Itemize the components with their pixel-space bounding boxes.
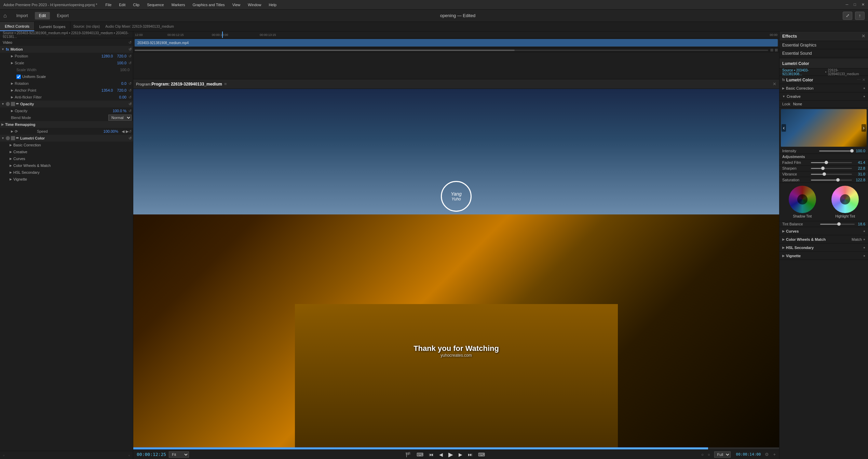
faded-film-slider[interactable]	[811, 162, 852, 163]
safe-margins-icon[interactable]: ○	[708, 453, 710, 457]
menu-graphics[interactable]: Graphics and Titles	[191, 2, 226, 8]
scale-value[interactable]: 100.0	[117, 61, 126, 65]
scale-row[interactable]: ▶ Scale 100.0 ↺	[0, 60, 133, 66]
btn-prev-edit[interactable]: ⏮	[428, 451, 435, 458]
speed-reset[interactable]: ↺	[128, 129, 132, 134]
position-x[interactable]: 1280.0	[101, 54, 113, 58]
lumetri-close-btn[interactable]: ✕	[862, 78, 865, 82]
color-wheels-sub[interactable]: ▶Color Wheels & Match	[0, 162, 133, 169]
zoom-icon[interactable]: ⊞	[770, 48, 773, 52]
rotation-reset[interactable]: ↺	[128, 81, 132, 86]
tab-lumetri-scopes[interactable]: Lumetri Scopes	[35, 22, 70, 31]
vibrance-thumb[interactable]	[823, 172, 826, 176]
saturation-slider[interactable]	[811, 180, 852, 181]
highlight-tint-color-wheel[interactable]	[831, 186, 859, 213]
vibrance-slider[interactable]	[811, 174, 852, 175]
curves-header[interactable]: ▶ Curves ●	[779, 227, 868, 235]
loop-icon[interactable]: ○	[701, 453, 704, 457]
tint-slider[interactable]	[820, 224, 855, 225]
maximize-btn[interactable]: □	[854, 2, 856, 7]
lumetri-color-header[interactable]: Lumetri Color	[779, 59, 868, 68]
bc-toggle[interactable]: ●	[863, 86, 865, 90]
program-menu-icon[interactable]: ≡	[224, 81, 227, 87]
btn-step-fwd[interactable]: ▶	[457, 451, 464, 458]
hsl-header[interactable]: ▶ HSL Secondary ●	[779, 244, 868, 252]
opacity-header[interactable]: ▼ ✏ Opacity ↺	[0, 101, 133, 107]
anchor-x[interactable]: 1354.0	[101, 88, 113, 92]
settings-icon[interactable]: ⚙	[765, 452, 769, 457]
btn-next-edit[interactable]: ⏭	[466, 451, 474, 458]
ws-import[interactable]: Import	[12, 12, 32, 19]
lumetri-header[interactable]: ▼ ✏ Lumetri Color ↺	[0, 135, 133, 142]
menu-view[interactable]: View	[231, 2, 242, 8]
hsl-secondary-sub[interactable]: ▶HSL Secondary	[0, 169, 133, 176]
scale-reset[interactable]: ↺	[128, 61, 132, 65]
ws-edit[interactable]: Edit	[35, 12, 50, 19]
menu-markers[interactable]: Markers	[170, 2, 187, 8]
menu-file[interactable]: File	[104, 2, 113, 8]
essential-graphics-btn[interactable]: Essential Graphics	[779, 41, 868, 49]
opacity-value-row[interactable]: ▶ Opacity 100.0 % ↺	[0, 107, 133, 114]
vignette-header[interactable]: ▶ Vignette ●	[779, 252, 868, 260]
time-remap-header[interactable]: ▶ Time Remapping	[0, 121, 133, 128]
program-close-icon[interactable]: ✕	[773, 81, 776, 87]
blend-mode-select[interactable]: Normal Multiply Screen	[108, 115, 132, 121]
btn-out[interactable]: ⌨	[477, 451, 486, 458]
fit-select[interactable]: Fit 25% 50% 100%	[169, 451, 189, 458]
tab-effect-controls[interactable]: Effect Controls	[0, 22, 35, 31]
saturation-thumb[interactable]	[836, 178, 840, 182]
creative-toggle[interactable]: ●	[863, 94, 865, 98]
essential-sound-btn[interactable]: Essential Sound	[779, 49, 868, 57]
anchor-reset[interactable]: ↺	[128, 88, 132, 93]
curves-toggle[interactable]: ●	[863, 229, 865, 233]
ws-export[interactable]: Export	[53, 12, 73, 19]
shadow-tint-color-wheel[interactable]	[789, 186, 816, 213]
uniform-scale-checkbox[interactable]	[16, 75, 21, 79]
quality-select[interactable]: Full 1/2 1/4	[714, 451, 731, 458]
creative-sub[interactable]: ▶Creative	[0, 148, 133, 155]
antiflicker-row[interactable]: ▶ Anti-flicker Filter 0.00 ↺	[0, 94, 133, 101]
preview-arrow-left[interactable]: ‹	[782, 124, 786, 132]
sharpen-slider[interactable]	[811, 168, 852, 169]
fit-icon[interactable]: ⊠	[775, 48, 778, 52]
source-scroll-bar[interactable]: ⊞ ⊠	[133, 47, 779, 53]
add-btn[interactable]: +	[773, 452, 776, 457]
minimize-btn[interactable]: ─	[846, 2, 849, 7]
menu-clip[interactable]: Clip	[132, 2, 141, 8]
opacity-val-reset[interactable]: ↺	[128, 109, 132, 113]
basic-correction-sub[interactable]: ▶Basic Correction	[0, 142, 133, 148]
intensity-slider[interactable]	[819, 150, 854, 152]
opacity-val[interactable]: 100.0 %	[113, 109, 126, 113]
speed-left[interactable]: ◀	[122, 129, 124, 134]
reset-video-icon[interactable]: ↺	[128, 40, 132, 45]
effects-panel-close[interactable]: ✕	[862, 34, 865, 39]
position-y[interactable]: 720.0	[117, 54, 126, 58]
anchor-y[interactable]: 720.0	[117, 88, 126, 92]
btn-add-marker[interactable]: 🏴	[404, 451, 412, 458]
menu-sequence[interactable]: Sequence	[146, 2, 165, 8]
close-btn[interactable]: ✕	[862, 2, 865, 7]
lumetri-expand-btn[interactable]: ⋯	[857, 78, 861, 82]
vignette-sub[interactable]: ▶Vignette	[0, 176, 133, 183]
speed-value[interactable]: 100.00%	[104, 129, 118, 133]
menu-help[interactable]: Help	[267, 2, 278, 8]
intensity-thumb[interactable]	[850, 149, 854, 153]
faded-film-thumb[interactable]	[825, 161, 828, 164]
btn-step-back[interactable]: ◀	[438, 451, 444, 458]
speed-row[interactable]: ▶ ⟳ Speed 100.00% ◀ ▶ ↺	[0, 128, 133, 135]
btn-play[interactable]: ▶	[447, 450, 455, 459]
position-reset[interactable]: ↺	[128, 54, 132, 58]
sharpen-thumb[interactable]	[821, 167, 825, 170]
motion-header[interactable]: ▼ fx Motion ↺	[0, 46, 133, 53]
share-export[interactable]: ↑	[855, 12, 865, 20]
cw-match-header[interactable]: ▶ Color Wheels & Match Match ●	[779, 235, 868, 244]
antiflicker-value[interactable]: 0.00	[119, 95, 126, 99]
share-full-screen[interactable]: ⤢	[843, 12, 852, 20]
lumetri-reset[interactable]: ↺	[128, 136, 132, 141]
basic-correction-collapse[interactable]: ▶ Basic Correction ●	[779, 84, 868, 92]
rotation-value[interactable]: 0.0	[121, 81, 126, 86]
position-row[interactable]: ▶ Position 1280.0 720.0 ↺	[0, 53, 133, 60]
scroll-track[interactable]	[135, 50, 768, 51]
creative-collapse[interactable]: ▼ Creative ●	[779, 92, 868, 101]
scale-width-row[interactable]: Scale Width 100.0	[0, 66, 133, 73]
